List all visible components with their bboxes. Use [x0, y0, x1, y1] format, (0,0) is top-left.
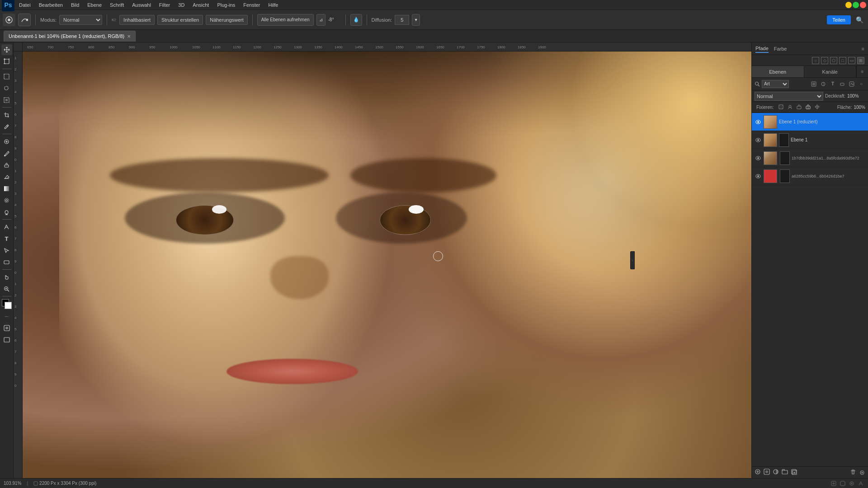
pentagon-icon[interactable]: ⬠ — [830, 57, 837, 64]
tool-pen[interactable] — [1, 221, 12, 232]
layer-item[interactable]: a6285cc59b6...6b0426d1be7 — [752, 167, 868, 185]
document-tab[interactable]: Unbenannt-1 bei 104% (Ebene 1 (reduziert… — [4, 31, 136, 42]
create-fill-adj-btn[interactable] — [773, 469, 779, 476]
document-canvas[interactable] — [23, 52, 751, 478]
panel-menu-btn[interactable]: ≡ — [862, 46, 864, 52]
share-button[interactable]: Teilen — [827, 15, 851, 24]
create-group-btn[interactable] — [782, 469, 788, 476]
mode-select[interactable]: Normal Multiplizieren Luminanz — [59, 15, 102, 25]
brush-size-btn[interactable] — [18, 14, 31, 26]
rounded-rect-icon[interactable]: ▭ — [848, 57, 855, 64]
layer-item[interactable]: 1b7dbb39dd21a1...8a5fcda993d5e72 — [752, 149, 868, 167]
tool-dodge[interactable] — [1, 206, 12, 217]
diamond-icon[interactable]: ◇ — [821, 57, 828, 64]
add-layer-mask-btn[interactable] — [764, 469, 770, 476]
menu-ansicht[interactable]: Ansicht — [189, 1, 212, 9]
menu-3d[interactable]: 3D — [175, 1, 188, 9]
alle-ebenen-btn[interactable]: Alle Ebenen aufnehmen — [257, 14, 314, 26]
filter-toggle-btn[interactable]: ○ — [857, 80, 865, 88]
layer-item[interactable]: Ebene 1 — [752, 131, 868, 149]
tool-more[interactable]: ··· — [1, 311, 12, 322]
diffusion-input[interactable] — [395, 15, 409, 25]
tool-zoom[interactable] — [1, 283, 12, 294]
layer-visibility-btn[interactable] — [755, 136, 762, 144]
status-btn-1[interactable] — [830, 480, 837, 487]
menu-hilfe[interactable]: Hilfe — [264, 1, 282, 9]
inhaltsbasiert-btn[interactable]: Inhaltbasiert — [119, 15, 155, 25]
menu-plugins[interactable]: Plug-ins — [213, 1, 239, 9]
tool-hand[interactable] — [1, 272, 12, 282]
naherungswert-btn[interactable]: Näherungswert — [206, 15, 248, 25]
tab-ebenen[interactable]: Ebenen — [752, 66, 804, 77]
lock-all-btn[interactable] — [804, 104, 812, 111]
panel-settings-btn[interactable] — [859, 469, 865, 476]
tab-close-btn[interactable]: ✕ — [127, 34, 131, 39]
move-lock-btn[interactable] — [813, 104, 821, 111]
tool-obj-select[interactable] — [1, 94, 12, 105]
tab-pfade[interactable]: Pfade — [755, 45, 769, 53]
create-new-layer-btn[interactable] — [791, 469, 797, 476]
lock-image-btn[interactable] — [786, 104, 794, 111]
blend-mode-select[interactable]: Normal Multiplizieren Abdunkeln — [755, 92, 823, 101]
delete-layer-btn[interactable] — [850, 469, 856, 476]
menu-datei[interactable]: Datei — [15, 1, 34, 9]
tool-select-rect[interactable] — [1, 71, 12, 82]
menu-schrift[interactable]: Schrift — [106, 1, 127, 9]
layer-visibility-btn[interactable] — [755, 173, 762, 180]
filter-text-btn[interactable]: T — [829, 80, 837, 88]
ellipse-icon[interactable]: ○ — [812, 57, 819, 64]
struktur-btn[interactable]: Struktur erstellen — [157, 15, 203, 25]
menu-bild[interactable]: Bild — [67, 1, 83, 9]
lock-artboard-btn[interactable] — [795, 104, 803, 111]
maximize-button[interactable]: □ — [853, 2, 859, 8]
lock-transparent-btn[interactable] — [777, 104, 785, 111]
status-btn-4[interactable] — [857, 480, 864, 487]
menu-auswahl[interactable]: Auswahl — [128, 1, 155, 9]
menu-ebene[interactable]: Ebene — [84, 1, 105, 9]
tool-move[interactable] — [1, 44, 12, 55]
menu-filter[interactable]: Filter — [156, 1, 174, 9]
mask-path-icon[interactable]: ⊞ — [857, 57, 864, 64]
tool-artboard[interactable] — [1, 56, 12, 67]
tool-screen-mode[interactable] — [1, 334, 12, 345]
separator-5 — [367, 14, 367, 25]
close-button[interactable]: ✕ — [860, 2, 866, 8]
tool-path-select[interactable] — [1, 245, 12, 256]
rect-icon[interactable]: □ — [839, 57, 846, 64]
search-icon[interactable]: 🔍 — [854, 14, 865, 26]
layer-visibility-btn[interactable] — [755, 118, 762, 126]
layers-menu-btn[interactable]: ≡ — [856, 66, 868, 77]
diffusion-slider-btn[interactable]: ▼ — [412, 14, 420, 26]
filter-shape-btn[interactable] — [838, 80, 846, 88]
layer-item[interactable]: Ebene 1 (reduziert) — [752, 113, 868, 131]
minimize-button[interactable]: ─ — [845, 2, 852, 8]
tool-shape[interactable] — [1, 257, 12, 267]
menu-fenster[interactable]: Fenster — [240, 1, 264, 9]
tool-blur[interactable] — [1, 195, 12, 206]
tool-gradient[interactable] — [1, 183, 12, 194]
panel-collapse-handle[interactable]: › — [630, 251, 635, 269]
canvas-content[interactable] — [23, 52, 751, 478]
filter-pixel-btn[interactable] — [810, 80, 818, 88]
tool-eyedrop[interactable] — [1, 121, 12, 132]
tab-farbe[interactable]: Farbe — [774, 45, 787, 52]
filter-adj-btn[interactable] — [819, 80, 827, 88]
tab-kanale[interactable]: Kanäle — [804, 66, 857, 77]
tool-options-btn[interactable] — [3, 14, 15, 26]
add-layer-style-btn[interactable] — [755, 469, 761, 476]
tool-brush[interactable] — [1, 148, 12, 159]
tool-heal[interactable] — [1, 136, 12, 147]
layer-visibility-btn[interactable] — [755, 155, 762, 162]
menu-bearbeiten[interactable]: Bearbeiten — [35, 1, 66, 9]
tool-crop[interactable] — [1, 109, 12, 120]
layer-kind-select[interactable]: Art — [762, 80, 789, 88]
filter-smart-btn[interactable] — [848, 80, 856, 88]
status-btn-3[interactable] — [848, 480, 855, 487]
foreground-color[interactable] — [2, 299, 12, 309]
tool-stamp[interactable] — [1, 160, 12, 170]
tool-text[interactable]: T — [1, 233, 12, 244]
tool-eraser[interactable] — [1, 171, 12, 182]
tool-quick-mask[interactable] — [1, 323, 12, 333]
tool-lasso[interactable] — [1, 83, 12, 94]
status-btn-2[interactable] — [839, 480, 846, 487]
